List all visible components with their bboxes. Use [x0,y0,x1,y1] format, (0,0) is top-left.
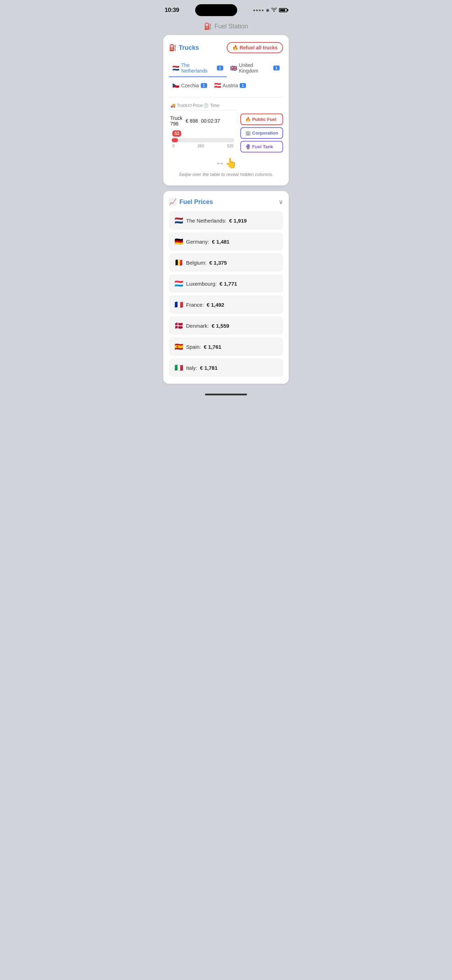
col-price: 🏷 Price [188,103,204,108]
price-item-belgium: 🇧🇪 Belgium: € 1,375 [169,253,283,272]
tab-netherlands[interactable]: 🇳🇱 The Netherlands 1 [169,60,227,77]
country-tabs: 🇳🇱 The Netherlands 1 🇬🇧 United Kingdom 1… [169,60,283,92]
austria-flag: 🇦🇹 [214,82,221,89]
spain-price-label: Spain: [186,344,201,350]
belgium-price-label: Belgium: [186,260,206,266]
signal-dots [253,10,264,11]
trucks-label: Trucks [179,44,199,51]
tab-uk[interactable]: 🇬🇧 United Kingdom 1 [227,60,283,77]
table-row: Truck 796 € 898 00:02:37 52 0 260 5 [169,113,237,150]
denmark-price-value: € 1,559 [212,323,229,329]
app-title: Fuel Station [215,23,248,30]
fuel-progress: 52 0 260 520 [170,130,236,148]
italy-price-label: Italy: [186,365,197,371]
truck-time: 00:02:37 [201,118,220,124]
trucks-card: ⛽ Trucks 🔥 Refuel all trucks 🇳🇱 The Neth… [163,35,289,185]
collapse-button[interactable]: ∨ [279,198,283,206]
netherlands-flag: 🇳🇱 [172,65,180,72]
progress-labels: 0 260 520 [172,144,234,148]
belgium-price-value: € 1,375 [209,260,227,266]
price-item-luxembourg: 🇱🇺 Luxembourg: € 1,771 [169,274,283,293]
fuel-prices-icon: 📈 [169,198,177,206]
swipe-icon: ↔️👆 [215,158,237,169]
spain-price-value: € 1,761 [204,344,221,350]
progress-min: 0 [172,144,175,148]
public-fuel-label: 🔥 Public Fuel [245,117,277,122]
col-truck: 🚚 Truck [170,103,188,108]
italy-price-flag: 🇮🇹 [175,363,183,372]
netherlands-price-value: € 1,919 [229,218,247,224]
progress-fill [172,138,178,142]
trucks-title: ⛽ Trucks [169,44,199,51]
refuel-options: 🔥 Public Fuel 🏢 Corporation 🔮 Fuel Tank [240,101,283,153]
time-col-icon: 🕐 [203,103,208,108]
tabs-row-2: 🇨🇿 Czechia 1 🇦🇹 Austria 1 [169,79,283,92]
progress-track [172,138,234,142]
price-col-icon: 🏷 [188,103,192,108]
fuel-prices-header: 📈 Fuel Prices ∨ [169,198,283,206]
germany-price-value: € 1,481 [212,239,229,245]
truck-col-icon: 🚚 [170,103,175,108]
trucks-section-header: ⛽ Trucks 🔥 Refuel all trucks [169,42,283,53]
tabs-row-1: 🇳🇱 The Netherlands 1 🇬🇧 United Kingdom 1 [169,60,283,77]
tab-austria[interactable]: 🇦🇹 Austria 1 [210,79,250,92]
netherlands-badge: 1 [217,65,223,70]
status-time: 10:39 [165,7,179,14]
trucks-icon: ⛽ [169,44,177,51]
fuel-prices-title: 📈 Fuel Prices [169,198,213,206]
uk-badge: 1 [273,65,280,70]
france-price-label: France: [186,302,204,308]
fuel-tank-button[interactable]: 🔮 Fuel Tank [240,141,283,153]
spain-price-flag: 🇪🇸 [175,342,183,351]
fuel-prices-card: 📈 Fuel Prices ∨ 🇳🇱 The Netherlands: € 1,… [163,191,289,384]
italy-price-value: € 1,781 [200,365,218,371]
tab-czechia[interactable]: 🇨🇿 Czechia 1 [169,79,210,92]
truck-name: Truck 796 [170,115,186,127]
denmark-price-label: Denmark: [186,323,209,329]
progress-value: 52 [172,130,181,137]
refuel-all-button[interactable]: 🔥 Refuel all trucks [227,42,283,53]
tab-netherlands-label: The Netherlands [181,62,215,73]
price-list: 🇳🇱 The Netherlands: € 1,919 🇩🇪 Germany: … [169,212,283,377]
corporation-fuel-button[interactable]: 🏢 Corporation [240,127,283,139]
tab-czechia-label: Czechia [181,83,199,88]
france-price-flag: 🇫🇷 [175,301,183,309]
austria-badge: 1 [240,83,246,88]
tab-divider [169,97,283,97]
home-bar [205,394,247,395]
table-left: 🚚 Truck 🏷 Price 🕐 Time Truck 796 [169,101,237,150]
price-item-germany: 🇩🇪 Germany: € 1,481 [169,232,283,251]
progress-max: 520 [227,144,233,148]
truck-table: 🚚 Truck 🏷 Price 🕐 Time Truck 796 [169,101,283,153]
fuel-station-icon: ⛽ [204,22,212,30]
app-header: ⛽ Fuel Station [158,19,294,35]
refuel-all-label: 🔥 Refuel all trucks [232,45,277,51]
swipe-hint: ↔️👆 Swipe over the table to reveal hidde… [169,153,283,178]
truck-price: € 898 [186,118,201,124]
czechia-badge: 1 [201,83,207,88]
tab-austria-label: Austria [223,83,238,88]
table-header: 🚚 Truck 🏷 Price 🕐 Time [169,101,237,110]
col-time: 🕐 Time [203,103,220,108]
czechia-flag: 🇨🇿 [172,82,180,89]
netherlands-price-label: The Netherlands: [186,218,226,224]
wifi-icon: ⋇ [266,7,277,13]
price-item-france: 🇫🇷 France: € 1,492 [169,296,283,314]
public-fuel-button[interactable]: 🔥 Public Fuel [240,114,283,125]
price-item-spain: 🇪🇸 Spain: € 1,761 [169,337,283,356]
truck-data-row: Truck 796 € 898 00:02:37 [170,115,236,127]
denmark-price-flag: 🇩🇰 [175,321,183,330]
status-icons: ⋇ [253,7,287,13]
luxembourg-price-flag: 🇱🇺 [175,279,183,288]
fuel-tank-label: 🔮 Fuel Tank [245,144,273,149]
price-item-italy: 🇮🇹 Italy: € 1,781 [169,359,283,377]
battery-icon [279,8,287,12]
germany-price-flag: 🇩🇪 [175,237,183,246]
corporation-fuel-label: 🏢 Corporation [245,130,278,136]
price-item-netherlands: 🇳🇱 The Netherlands: € 1,919 [169,212,283,229]
progress-mid: 260 [197,144,204,148]
fuel-prices-label: Fuel Prices [180,198,213,206]
status-bar: 10:39 ⋇ [158,0,294,19]
belgium-price-flag: 🇧🇪 [175,258,183,267]
swipe-text: Swipe over the table to reveal hidden co… [179,172,273,177]
